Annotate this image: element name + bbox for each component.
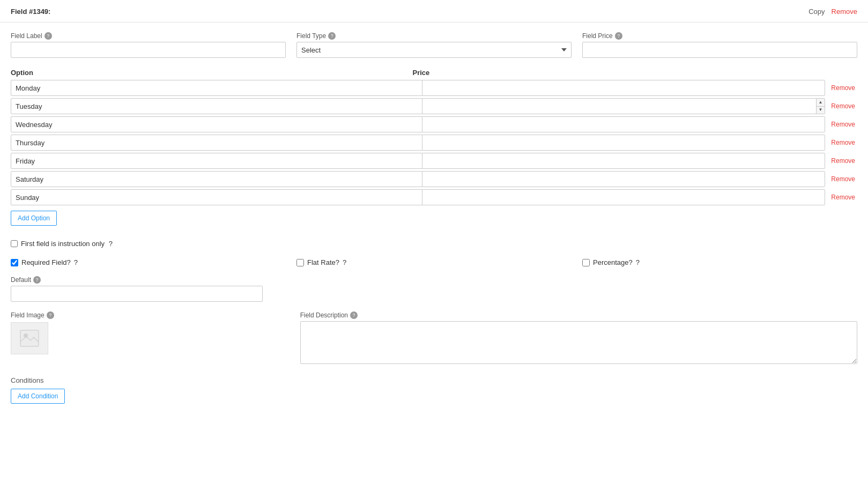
percentage-label: Percentage? bbox=[593, 258, 633, 266]
option-column-header: Option bbox=[11, 69, 413, 77]
price-input-friday[interactable] bbox=[422, 153, 825, 168]
remove-saturday-button[interactable]: Remove bbox=[825, 175, 857, 183]
copy-button[interactable]: Copy bbox=[808, 8, 825, 16]
price-input-sunday[interactable] bbox=[422, 190, 825, 205]
option-input-sunday[interactable] bbox=[11, 189, 422, 205]
field-type-help-icon[interactable]: ? bbox=[328, 32, 336, 40]
price-input-thursday[interactable] bbox=[422, 135, 825, 150]
field-description-group: Field Description ? bbox=[300, 311, 857, 366]
first-field-checkbox-label: First field is instruction only ? bbox=[21, 240, 113, 248]
required-field-checkbox[interactable] bbox=[11, 259, 18, 266]
svg-rect-0 bbox=[20, 330, 39, 346]
first-field-checkbox[interactable] bbox=[11, 240, 18, 247]
required-field-help-icon[interactable]: ? bbox=[74, 258, 78, 266]
remove-monday-button[interactable]: Remove bbox=[825, 84, 857, 92]
option-input-monday[interactable] bbox=[11, 80, 422, 96]
field-type-select[interactable]: Select Text Textarea Checkbox Radio Drop… bbox=[296, 42, 572, 58]
default-label: Default ? bbox=[11, 276, 857, 284]
price-spinner-down-tuesday[interactable]: ▼ bbox=[817, 107, 825, 114]
price-column-header: Price bbox=[413, 69, 815, 77]
page-wrapper: Field #1349: Copy Remove Field Label ? F… bbox=[0, 0, 868, 490]
price-input-saturday[interactable] bbox=[422, 172, 825, 187]
options-header: Option Price bbox=[11, 69, 857, 77]
conditions-label: Conditions bbox=[11, 376, 857, 384]
flat-rate-help-icon[interactable]: ? bbox=[343, 258, 346, 266]
percentage-checkbox[interactable] bbox=[582, 259, 590, 266]
percentage-help-icon[interactable]: ? bbox=[636, 258, 640, 266]
price-input-wrapper-saturday bbox=[422, 171, 825, 187]
field-image-placeholder[interactable] bbox=[11, 322, 48, 354]
price-input-wrapper-friday bbox=[422, 153, 825, 169]
first-field-help-icon[interactable]: ? bbox=[109, 240, 113, 248]
remove-wednesday-button[interactable]: Remove bbox=[825, 121, 857, 128]
field-type-group: Field Type ? Select Text Textarea Checkb… bbox=[296, 32, 572, 58]
price-input-wrapper-wednesday bbox=[422, 116, 825, 132]
option-row: Remove bbox=[11, 116, 857, 132]
remove-tuesday-button[interactable]: Remove bbox=[825, 102, 857, 110]
field-label-input[interactable] bbox=[11, 42, 286, 58]
conditions-section: Conditions Add Condition bbox=[11, 376, 857, 404]
field-description-textarea[interactable] bbox=[300, 321, 857, 364]
bottom-fields-row: Field Image ? Field Description ? bbox=[11, 311, 857, 366]
remove-field-button[interactable]: Remove bbox=[832, 8, 857, 16]
remove-sunday-button[interactable]: Remove bbox=[825, 194, 857, 201]
top-fields-row: Field Label ? Field Type ? Select Text T… bbox=[11, 32, 857, 58]
field-title: Field #1349: bbox=[11, 8, 50, 16]
price-spinner-up-tuesday[interactable]: ▲ bbox=[817, 99, 825, 107]
field-image-help-icon[interactable]: ? bbox=[47, 311, 54, 319]
remove-friday-button[interactable]: Remove bbox=[825, 157, 857, 165]
option-input-thursday[interactable] bbox=[11, 135, 422, 151]
option-row: Remove bbox=[11, 171, 857, 187]
price-input-wednesday[interactable] bbox=[422, 117, 825, 132]
option-row: Remove bbox=[11, 189, 857, 205]
flat-rate-label: Flat Rate? bbox=[307, 258, 339, 266]
field-image-group: Field Image ? bbox=[11, 311, 290, 366]
field-label-label: Field Label ? bbox=[11, 32, 286, 40]
add-option-button[interactable]: Add Option bbox=[11, 211, 57, 226]
default-input[interactable] bbox=[11, 286, 263, 302]
option-row: Remove bbox=[11, 153, 857, 169]
flat-rate-checkbox[interactable] bbox=[296, 259, 304, 266]
option-input-tuesday[interactable] bbox=[11, 98, 422, 114]
field-price-input[interactable] bbox=[582, 42, 857, 58]
field-header: Field #1349: Copy Remove bbox=[0, 0, 868, 23]
field-price-label: Field Price ? bbox=[582, 32, 857, 40]
field-price-help-icon[interactable]: ? bbox=[615, 32, 622, 40]
first-field-checkbox-row: First field is instruction only ? bbox=[11, 240, 857, 248]
option-input-wednesday[interactable] bbox=[11, 116, 422, 132]
default-help-icon[interactable]: ? bbox=[33, 276, 41, 284]
percentage-group: Percentage? ? bbox=[582, 258, 857, 266]
required-field-label: Required Field? bbox=[21, 258, 71, 266]
option-input-saturday[interactable] bbox=[11, 171, 422, 187]
price-input-tuesday[interactable] bbox=[422, 99, 816, 114]
remove-thursday-button[interactable]: Remove bbox=[825, 139, 857, 146]
price-input-wrapper-monday bbox=[422, 80, 825, 96]
field-type-label: Field Type ? bbox=[296, 32, 572, 40]
default-group: Default ? bbox=[11, 276, 857, 302]
flat-rate-group: Flat Rate? ? bbox=[296, 258, 572, 266]
price-input-wrapper-tuesday: ▲ ▼ bbox=[422, 98, 825, 114]
header-actions: Copy Remove bbox=[808, 8, 857, 16]
option-row: Remove bbox=[11, 135, 857, 151]
field-description-label: Field Description ? bbox=[300, 311, 857, 319]
field-label-group: Field Label ? bbox=[11, 32, 286, 58]
field-price-group: Field Price ? bbox=[582, 32, 857, 58]
field-image-label: Field Image ? bbox=[11, 311, 290, 319]
field-description-help-icon[interactable]: ? bbox=[350, 311, 358, 319]
field-label-help-icon[interactable]: ? bbox=[44, 32, 52, 40]
option-row: Remove bbox=[11, 80, 857, 96]
add-condition-button[interactable]: Add Condition bbox=[11, 389, 65, 404]
price-input-monday[interactable] bbox=[422, 80, 825, 95]
default-section: Default ? bbox=[11, 276, 857, 302]
price-input-wrapper-sunday bbox=[422, 189, 825, 205]
checkboxes-row: Required Field? ? Flat Rate? ? Percentag… bbox=[11, 256, 857, 266]
required-field-group: Required Field? ? bbox=[11, 258, 286, 266]
options-section: Option Price Remove ▲ ▼ bbox=[11, 69, 857, 231]
price-spinners-tuesday: ▲ ▼ bbox=[816, 99, 825, 114]
price-input-wrapper-thursday bbox=[422, 135, 825, 151]
field-body: Field Label ? Field Type ? Select Text T… bbox=[0, 23, 868, 413]
option-row: ▲ ▼ Remove bbox=[11, 98, 857, 114]
option-input-friday[interactable] bbox=[11, 153, 422, 169]
